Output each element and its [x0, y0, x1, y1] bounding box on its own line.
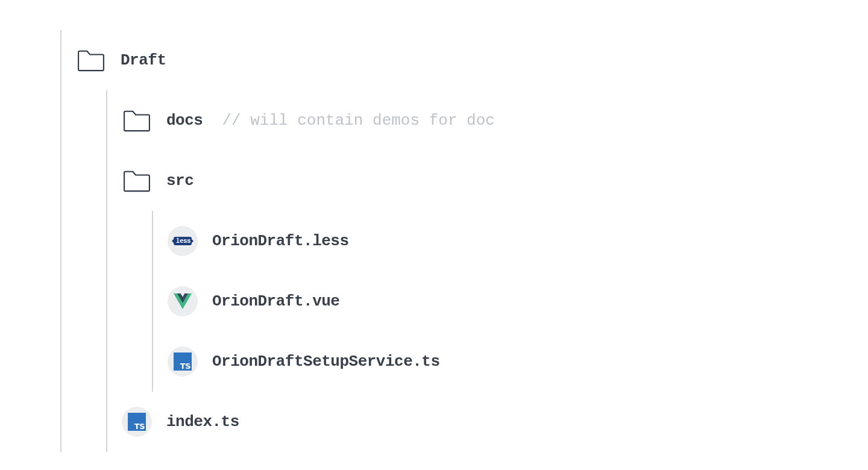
file-label: OrionDraftSetupService.ts: [212, 352, 440, 371]
folder-label: docs: [166, 111, 203, 130]
less-icon: less: [168, 226, 198, 256]
vue-icon: [168, 286, 198, 316]
tree-row-file[interactable]: OrionDraft.vue: [168, 271, 868, 331]
folder-icon: [122, 166, 152, 196]
tree-row-file[interactable]: TS index.ts: [122, 392, 868, 452]
typescript-icon: TS: [168, 346, 198, 377]
folder-label: Draft: [121, 51, 166, 69]
tree-row-docs[interactable]: docs // will contain demos for doc: [122, 90, 868, 151]
folder-comment: // will contain demos for doc: [222, 111, 494, 130]
typescript-icon: TS: [122, 407, 152, 437]
folder-icon: [122, 105, 152, 136]
tree-node-children: docs // will contain demos for doc src l…: [106, 90, 868, 452]
tree-row-draft[interactable]: Draft: [76, 30, 868, 90]
tree-node-root: Draft docs // will contain demos for doc: [60, 30, 868, 452]
tree-row-src[interactable]: src: [122, 151, 868, 211]
tree-row-file[interactable]: TS OrionDraftSetupService.ts: [168, 331, 868, 392]
file-label: OrionDraft.vue: [212, 292, 339, 310]
tree-row-file[interactable]: less OrionDraft.less: [168, 211, 868, 271]
folder-label: src: [166, 172, 193, 190]
folder-icon: [76, 45, 106, 75]
file-label: index.ts: [166, 413, 239, 431]
file-tree: Draft docs // will contain demos for doc: [0, 0, 868, 470]
file-label: OrionDraft.less: [212, 232, 349, 250]
tree-node-src-files: less OrionDraft.less OrionDraft.vue: [152, 211, 868, 392]
